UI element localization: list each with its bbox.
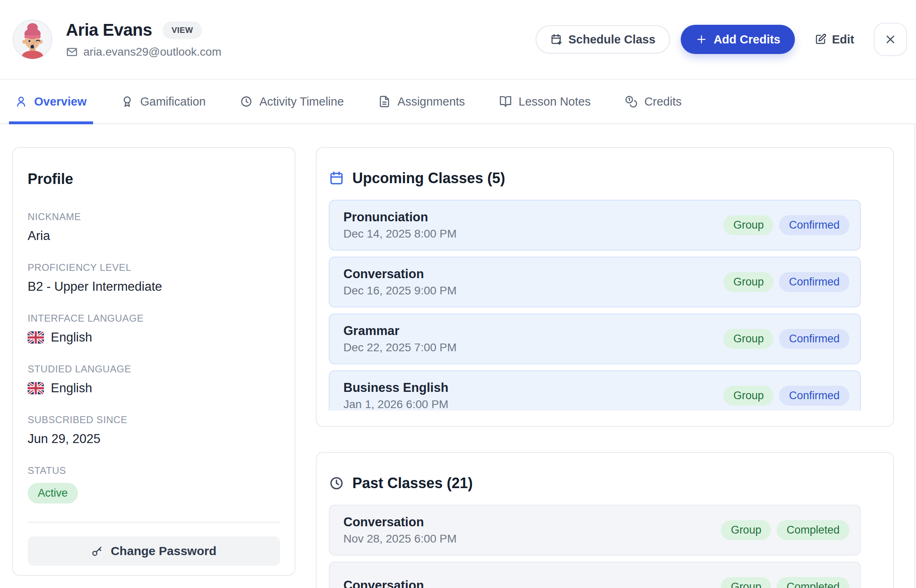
student-profile-modal: Aria Evans VIEW aria.evans29@outlook.com… <box>0 0 916 588</box>
field-label: INTERFACE LANGUAGE <box>28 313 280 324</box>
mail-icon <box>66 46 78 58</box>
class-datetime: Dec 14, 2025 8:00 PM <box>343 227 457 240</box>
header-actions: Schedule Class Add Credits Edit <box>536 23 907 56</box>
page-scrollbar-track-edge <box>914 125 915 588</box>
class-item[interactable]: Conversation Dec 16, 2025 9:00 PM Group … <box>329 257 861 307</box>
class-type-badge: Group <box>723 329 773 349</box>
profile-card: Profile NICKNAME Aria PROFICIENCY LEVEL … <box>12 147 295 576</box>
key-icon <box>91 545 103 557</box>
profile-title: Profile <box>28 171 280 188</box>
tab-lesson-notes[interactable]: Lesson Notes <box>499 80 590 123</box>
class-title: Business English <box>343 380 448 395</box>
add-credits-button[interactable]: Add Credits <box>681 25 795 54</box>
field-studied-language: STUDIED LANGUAGE English <box>28 363 280 396</box>
divider <box>28 522 280 523</box>
user-icon <box>15 95 28 108</box>
field-status: STATUS Active <box>28 465 280 504</box>
field-value: English <box>51 330 92 345</box>
tab-assignments[interactable]: Assignments <box>378 80 465 123</box>
content: Profile NICKNAME Aria PROFICIENCY LEVEL … <box>0 124 916 588</box>
tab-label: Gamification <box>140 95 206 108</box>
close-icon <box>884 33 897 46</box>
tab-label: Credits <box>644 95 682 108</box>
class-type-badge: Group <box>721 520 771 540</box>
field-nickname: NICKNAME Aria <box>28 211 280 244</box>
class-type-badge: Group <box>721 577 771 588</box>
edit-button[interactable]: Edit <box>814 33 854 46</box>
field-label: SUBSCRIBED SINCE <box>28 414 280 426</box>
class-item[interactable]: Business English Jan 1, 2026 6:00 PM Gro… <box>329 370 861 411</box>
header-identity: Aria Evans VIEW aria.evans29@outlook.com <box>12 19 221 60</box>
edit-label: Edit <box>832 33 854 46</box>
identity-block: Aria Evans VIEW aria.evans29@outlook.com <box>66 20 221 58</box>
schedule-class-label: Schedule Class <box>569 33 656 46</box>
coins-icon <box>625 95 638 108</box>
class-item[interactable]: Grammar Dec 22, 2025 7:00 PM Group Confi… <box>329 313 861 364</box>
tab-credits[interactable]: Credits <box>625 80 682 123</box>
class-datetime: Jan 1, 2026 6:00 PM <box>343 398 448 411</box>
past-classes-list: Conversation Nov 28, 2025 6:00 PM Group … <box>329 505 861 588</box>
field-value: Aria <box>28 228 280 244</box>
class-datetime: Dec 16, 2025 9:00 PM <box>343 284 457 297</box>
class-status-badge: Confirmed <box>779 386 849 406</box>
change-password-label: Change Password <box>111 544 216 558</box>
field-label: STUDIED LANGUAGE <box>28 363 280 375</box>
class-title: Grammar <box>343 324 457 338</box>
class-title: Conversation <box>343 267 457 281</box>
field-label: PROFICIENCY LEVEL <box>28 262 280 273</box>
class-item[interactable]: Conversation Nov 28, 2025 6:00 PM Group … <box>329 505 861 556</box>
class-title: Conversation <box>343 515 457 530</box>
calendar-plus-icon <box>550 33 562 45</box>
past-classes-title: Past Classes (21) <box>352 475 473 492</box>
tab-gamification[interactable]: Gamification <box>121 80 206 123</box>
class-type-badge: Group <box>723 386 773 406</box>
class-status-badge: Completed <box>777 577 849 588</box>
calendar-icon <box>329 171 344 186</box>
class-datetime: Nov 28, 2025 6:00 PM <box>343 532 457 545</box>
class-title: Conversation <box>343 578 424 588</box>
view-badge: VIEW <box>163 22 202 39</box>
tab-bar: Overview Gamification Activity Timeline … <box>0 80 916 124</box>
uk-flag-icon <box>28 331 44 344</box>
class-item[interactable]: Pronunciation Dec 14, 2025 8:00 PM Group… <box>329 200 861 251</box>
add-credits-label: Add Credits <box>714 33 780 46</box>
upcoming-classes-title: Upcoming Classes (5) <box>352 170 505 187</box>
class-title: Pronunciation <box>343 210 457 225</box>
uk-flag-icon <box>28 382 44 394</box>
award-icon <box>121 95 134 108</box>
past-classes-card: Past Classes (21) Conversation Nov 28, 2… <box>316 452 894 588</box>
tab-overview[interactable]: Overview <box>15 80 87 123</box>
student-email: aria.evans29@outlook.com <box>83 45 221 58</box>
upcoming-classes-card: Upcoming Classes (5) Pronunciation Dec 1… <box>316 147 894 427</box>
schedule-class-button[interactable]: Schedule Class <box>536 25 670 54</box>
tab-label: Assignments <box>397 95 465 108</box>
clock-icon <box>329 476 344 491</box>
change-password-button[interactable]: Change Password <box>28 536 280 566</box>
field-label: NICKNAME <box>28 211 280 223</box>
classes-column: Upcoming Classes (5) Pronunciation Dec 1… <box>316 147 894 588</box>
close-button[interactable] <box>874 23 907 56</box>
class-datetime: Dec 22, 2025 7:00 PM <box>343 341 457 354</box>
field-proficiency-level: PROFICIENCY LEVEL B2 - Upper Intermediat… <box>28 262 280 294</box>
class-status-badge: Completed <box>777 520 849 540</box>
plus-icon <box>695 33 708 45</box>
clock-icon <box>240 95 253 108</box>
class-type-badge: Group <box>723 215 773 235</box>
class-item[interactable]: Conversation Group Completed <box>329 562 861 588</box>
tab-label: Lesson Notes <box>519 95 590 108</box>
class-status-badge: Confirmed <box>779 215 849 235</box>
field-value: English <box>51 380 92 396</box>
file-text-icon <box>378 95 391 108</box>
status-badge: Active <box>28 483 78 504</box>
class-status-badge: Confirmed <box>779 329 849 349</box>
header: Aria Evans VIEW aria.evans29@outlook.com… <box>0 0 916 80</box>
upcoming-classes-list: Pronunciation Dec 14, 2025 8:00 PM Group… <box>329 200 861 411</box>
avatar <box>12 19 53 60</box>
class-status-badge: Confirmed <box>779 272 849 292</box>
class-type-badge: Group <box>723 272 773 292</box>
field-interface-language: INTERFACE LANGUAGE English <box>28 313 280 345</box>
tab-label: Activity Timeline <box>259 95 344 108</box>
book-open-icon <box>499 95 512 108</box>
student-name: Aria Evans <box>66 20 152 40</box>
tab-activity-timeline[interactable]: Activity Timeline <box>240 80 344 123</box>
